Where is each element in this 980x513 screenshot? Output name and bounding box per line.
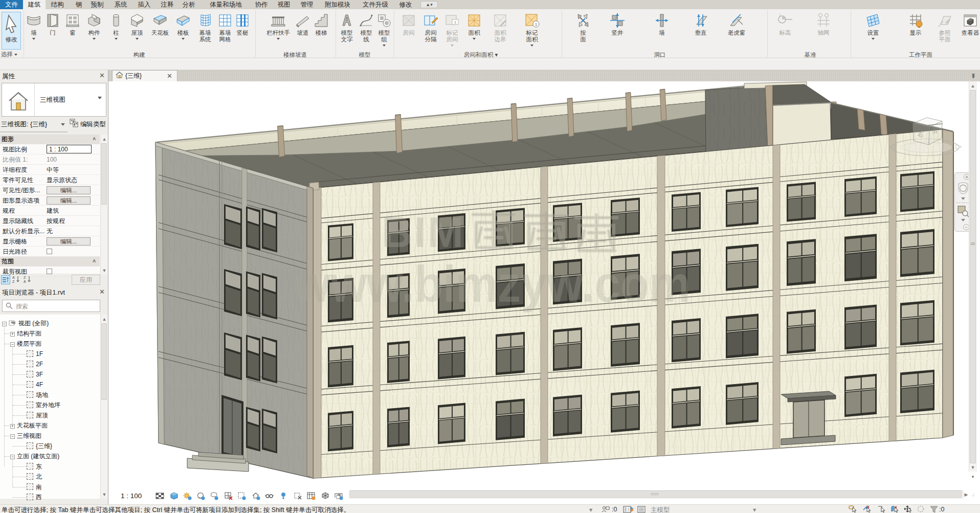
svg-text:Z: Z bbox=[24, 276, 26, 279]
svg-text:右: 右 bbox=[917, 131, 924, 138]
svg-text:1: 1 bbox=[454, 20, 457, 25]
svg-text:1: 1 bbox=[535, 22, 538, 27]
svg-text:A: A bbox=[24, 280, 26, 283]
svg-text:BIM: BIM bbox=[382, 208, 465, 256]
svg-text:1: 1 bbox=[779, 13, 781, 17]
svg-text:后: 后 bbox=[932, 127, 938, 135]
svg-text:A: A bbox=[12, 276, 15, 279]
svg-text:Z: Z bbox=[12, 280, 15, 283]
svg-text:www.bimzyw.com: www.bimzyw.com bbox=[294, 255, 691, 313]
